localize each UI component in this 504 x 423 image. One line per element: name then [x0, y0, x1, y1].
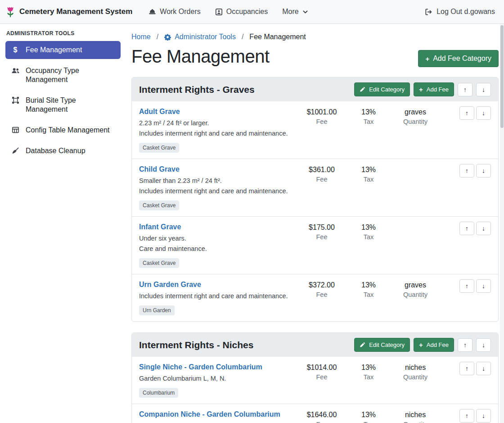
sidebar-heading: ADMINISTRATOR TOOLS [6, 30, 120, 36]
edit-category-label: Edit Category [369, 341, 405, 348]
nav-work-orders[interactable]: Work Orders [148, 8, 200, 16]
chevron-down-icon [302, 9, 308, 15]
brand-title: Cemetery Management System [19, 7, 132, 16]
fee-quantity: niches [392, 362, 439, 373]
breadcrumb-current: Fee Management [249, 33, 306, 41]
move-fee-up-button[interactable]: ↑ [459, 279, 474, 293]
fee-row-urn-garden-grave: Urn Garden Grave Includes interment righ… [132, 274, 498, 321]
primary-nav: Work Orders Occupancies More [148, 8, 308, 16]
edit-category-button[interactable]: Edit Category [354, 82, 410, 96]
breadcrumb-home-link[interactable]: Home [131, 33, 151, 41]
move-category-down-button[interactable]: ↓ [476, 83, 491, 96]
fee-quantity: graves [392, 280, 439, 291]
fee-amount: $175.00 [298, 222, 345, 233]
category-header: Interment Rights - Niches Edit Category … [132, 333, 498, 357]
add-fee-category-button[interactable]: + Add Fee Category [418, 50, 499, 67]
fee-name-link[interactable]: Child Grave [139, 164, 180, 175]
fee-type-badge: Columbarium [139, 388, 178, 398]
fee-tax-label: Tax [345, 421, 392, 423]
fee-name-link[interactable]: Companion Niche - Garden Columbarium [139, 409, 280, 420]
brand-link[interactable]: Cemetery Management System [5, 5, 132, 18]
add-fee-button[interactable]: + Add Fee [414, 338, 454, 352]
fee-description: Includes interment right and care and ma… [139, 186, 296, 196]
sidebar-item-label: Config Table Management [26, 126, 110, 135]
fee-amount: $1014.00 [298, 362, 345, 373]
fee-amount-label: Fee [298, 421, 345, 423]
fee-name-link[interactable]: Urn Garden Grave [139, 279, 201, 290]
scrollbar-thumb[interactable] [500, 25, 504, 128]
fee-type-badge: Casket Grave [139, 200, 179, 210]
pencil-icon [360, 86, 365, 92]
fee-amount-label: Fee [298, 291, 345, 298]
move-category-up-button[interactable]: ↑ [458, 83, 472, 96]
fee-quantity-label: Quantity [392, 118, 439, 125]
plus-icon: + [425, 55, 429, 62]
fee-quantity-column [392, 222, 439, 223]
fee-amount-column: $1001.00 Fee [298, 106, 345, 125]
sidebar-item-burial-site-type-management[interactable]: Burial Site Type Management [5, 91, 121, 118]
fee-type-badge: Casket Grave [139, 143, 179, 153]
move-fee-up-button[interactable]: ↑ [459, 409, 474, 423]
category-card-graves: Interment Rights - Graves Edit Category … [131, 77, 499, 322]
fee-row-child-grave: Child Grave Smaller than 2.23 m² / 24 ft… [132, 159, 498, 216]
fee-amount-label: Fee [298, 373, 345, 381]
sidebar-item-occupancy-type-management[interactable]: Occupancy Type Management [5, 62, 121, 89]
move-fee-down-button[interactable]: ↓ [476, 279, 491, 293]
move-fee-down-button[interactable]: ↓ [476, 222, 491, 235]
nav-more[interactable]: More [282, 8, 308, 16]
top-navbar: Cemetery Management System Work Orders [0, 0, 504, 24]
fee-tax-column: 13% Tax [345, 409, 392, 423]
pencil-icon [360, 342, 365, 348]
dollar-icon: $ [11, 46, 20, 54]
move-fee-up-button[interactable]: ↑ [459, 222, 474, 235]
gear-icon [164, 34, 171, 41]
category-title: Interment Rights - Graves [139, 84, 255, 95]
fee-name-link[interactable]: Adult Grave [139, 106, 180, 117]
fee-name-link[interactable]: Single Niche - Garden Columbarium [139, 362, 262, 373]
fee-type-badge: Urn Garden [139, 305, 175, 315]
move-category-down-button[interactable]: ↓ [476, 338, 491, 352]
fee-quantity-column: graves Quantity [392, 279, 439, 298]
add-fee-button[interactable]: + Add Fee [414, 82, 454, 96]
fee-description: Smaller than 2.23 m² / 24 ft². [139, 176, 296, 186]
nav-occupancies[interactable]: Occupancies [215, 8, 268, 16]
fee-name-link[interactable]: Infant Grave [139, 222, 181, 232]
sidebar-item-database-cleanup[interactable]: Database Cleanup [5, 142, 121, 160]
vector-square-icon [11, 96, 20, 104]
move-fee-up-button[interactable]: ↑ [459, 164, 474, 177]
move-fee-down-button[interactable]: ↓ [476, 164, 491, 177]
fee-quantity: niches [392, 409, 439, 420]
fee-tax-column: 13% Tax [345, 164, 392, 183]
move-fee-down-button[interactable]: ↓ [476, 106, 491, 120]
fee-tax: 13% [345, 107, 392, 118]
sidebar-item-fee-management[interactable]: $ Fee Management [5, 41, 121, 59]
fee-tax: 13% [345, 222, 392, 233]
fee-description: Includes interment right and care and ma… [139, 291, 296, 301]
move-fee-down-button[interactable]: ↓ [476, 362, 491, 375]
fee-amount-label: Fee [298, 233, 345, 241]
fee-description: 2.23 m² / 24 ft² or larger. [139, 118, 296, 128]
sidebar-item-config-table-management[interactable]: Config Table Management [5, 121, 121, 139]
move-fee-up-button[interactable]: ↑ [459, 106, 474, 120]
occupancy-frame-icon [215, 8, 223, 16]
fee-amount-label: Fee [298, 176, 345, 183]
fee-tax-column: 13% Tax [345, 222, 392, 241]
move-fee-down-button[interactable]: ↓ [476, 409, 491, 423]
fee-quantity: graves [392, 107, 439, 118]
breadcrumb-admin-tools-label: Administrator Tools [175, 33, 236, 41]
main-content: Home / Administrator Tools / Fee Managem… [126, 24, 504, 423]
fee-tax-label: Tax [345, 373, 392, 381]
edit-category-button[interactable]: Edit Category [354, 338, 410, 352]
fee-amount-column: $175.00 Fee [298, 222, 345, 241]
sidebar-item-label: Burial Site Type Management [26, 96, 115, 114]
move-category-up-button[interactable]: ↑ [458, 338, 472, 352]
logout-link[interactable]: Log Out d.gowans [425, 8, 495, 16]
category-header: Interment Rights - Graves Edit Category … [132, 77, 498, 101]
plus-icon: + [419, 341, 423, 348]
fee-amount: $1001.00 [298, 107, 345, 118]
move-fee-up-button[interactable]: ↑ [459, 362, 474, 375]
breadcrumb-admin-tools-link[interactable]: Administrator Tools [164, 33, 236, 41]
fee-tax: 13% [345, 409, 392, 420]
logout-label: Log Out d.gowans [436, 8, 495, 16]
page-scrollbar[interactable] [500, 24, 504, 423]
